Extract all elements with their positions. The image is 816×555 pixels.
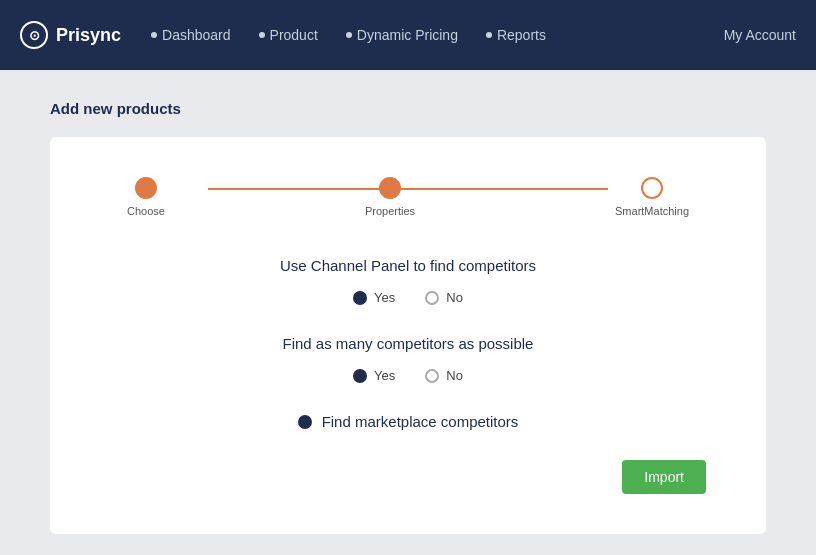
radio-q1-yes[interactable]: Yes	[353, 290, 395, 305]
nav-product-label: Product	[270, 27, 318, 43]
stepper: Choose Properties SmartMatching	[110, 177, 706, 217]
radio-q2-no[interactable]: No	[425, 368, 463, 383]
logo-link[interactable]: ⊙ Prisync	[20, 21, 121, 49]
page-title: Add new products	[50, 100, 766, 117]
radio-q1-no[interactable]: No	[425, 290, 463, 305]
radio-q1-yes-label: Yes	[374, 290, 395, 305]
nav-reports[interactable]: Reports	[486, 27, 546, 43]
radio-filled-q2	[353, 369, 367, 383]
nav-dashboard-label: Dashboard	[162, 27, 231, 43]
nav-dot-product	[259, 32, 265, 38]
form-section-1: Use Channel Panel to find competitors Ye…	[110, 257, 706, 305]
nav-dot-dynamic-pricing	[346, 32, 352, 38]
nav-dot-reports	[486, 32, 492, 38]
step-label-choose: Choose	[127, 205, 165, 217]
checkbox-marketplace-label: Find marketplace competitors	[322, 413, 519, 430]
step-smartmatching: SmartMatching	[615, 177, 689, 217]
nav-dot-dashboard	[151, 32, 157, 38]
radio-q2-no-label: No	[446, 368, 463, 383]
step-circle-choose	[135, 177, 157, 199]
navbar: ⊙ Prisync Dashboard Product Dynamic Pric…	[0, 0, 816, 70]
checkbox-dot-marketplace	[298, 415, 312, 429]
step-choose: Choose	[127, 177, 165, 217]
nav-dashboard[interactable]: Dashboard	[151, 27, 231, 43]
logo-icon: ⊙	[20, 21, 48, 49]
question-2: Find as many competitors as possible	[110, 335, 706, 352]
logo-text: Prisync	[56, 25, 121, 46]
radio-group-1: Yes No	[110, 290, 706, 305]
radio-group-2: Yes No	[110, 368, 706, 383]
main-card: Choose Properties SmartMatching Use Chan…	[50, 137, 766, 534]
page-content: Add new products Choose Properties	[0, 70, 816, 555]
nav-reports-label: Reports	[497, 27, 546, 43]
step-circle-smartmatching	[641, 177, 663, 199]
radio-outline-q1	[425, 291, 439, 305]
checkbox-marketplace[interactable]: Find marketplace competitors	[110, 413, 706, 430]
question-1: Use Channel Panel to find competitors	[110, 257, 706, 274]
stepper-line-2	[408, 188, 608, 190]
step-properties: Properties	[365, 177, 415, 217]
radio-q2-yes[interactable]: Yes	[353, 368, 395, 383]
step-circle-properties	[379, 177, 401, 199]
button-row: Import	[110, 460, 706, 494]
radio-filled-q1	[353, 291, 367, 305]
nav-product[interactable]: Product	[259, 27, 318, 43]
step-label-properties: Properties	[365, 205, 415, 217]
radio-q1-no-label: No	[446, 290, 463, 305]
account-link[interactable]: My Account	[724, 27, 796, 43]
radio-outline-q2	[425, 369, 439, 383]
form-section-2: Find as many competitors as possible Yes…	[110, 335, 706, 383]
nav-links: Dashboard Product Dynamic Pricing Report…	[151, 27, 724, 43]
nav-dynamic-pricing[interactable]: Dynamic Pricing	[346, 27, 458, 43]
step-label-smartmatching: SmartMatching	[615, 205, 689, 217]
import-button[interactable]: Import	[622, 460, 706, 494]
radio-q2-yes-label: Yes	[374, 368, 395, 383]
nav-dynamic-pricing-label: Dynamic Pricing	[357, 27, 458, 43]
